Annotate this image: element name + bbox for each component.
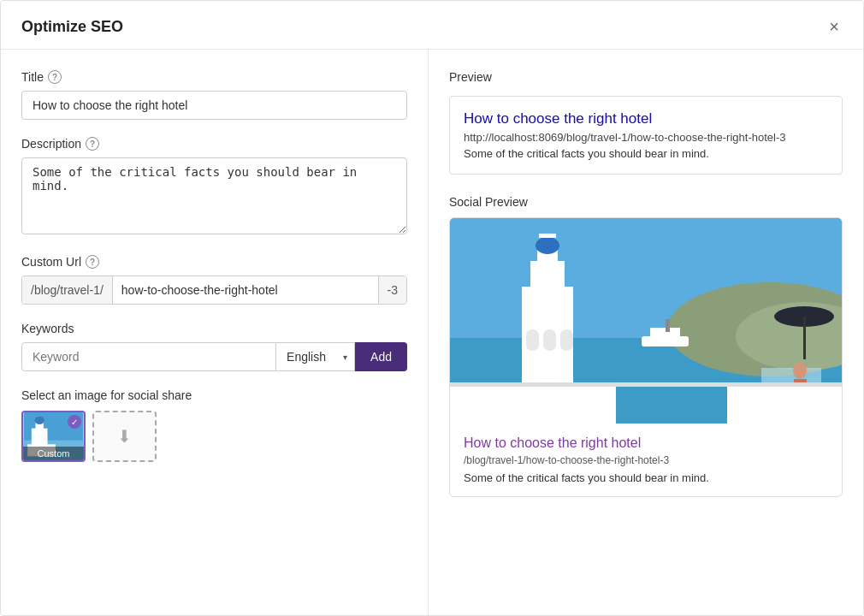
preview-section-title: Preview	[449, 70, 843, 84]
social-card-image	[450, 218, 842, 424]
dialog-title: Optimize SEO	[21, 18, 123, 36]
preview-description: Some of the critical facts you should be…	[464, 147, 828, 160]
image-select-title: Select an image for social share	[21, 388, 407, 402]
preview-url: http://localhost:8069/blog/travel-1/how-…	[464, 131, 828, 144]
title-help-icon[interactable]: ?	[48, 70, 62, 84]
title-label: Title ?	[21, 70, 407, 84]
language-select[interactable]: English French Spanish	[276, 343, 354, 370]
preview-box: How to choose the right hotel http://loc…	[449, 96, 843, 175]
svg-rect-23	[803, 317, 806, 359]
preview-title[interactable]: How to choose the right hotel	[464, 110, 828, 127]
description-textarea[interactable]	[21, 157, 407, 234]
social-card-description: Some of the critical facts you should be…	[464, 471, 828, 484]
social-preview-title: Social Preview	[449, 195, 843, 209]
description-help-icon[interactable]: ?	[86, 137, 99, 151]
svg-rect-15	[526, 329, 539, 351]
description-label: Description ?	[21, 137, 407, 151]
custom-url-help-icon[interactable]: ?	[86, 255, 99, 269]
svg-rect-27	[450, 385, 616, 424]
upload-icon: ⬇	[117, 426, 132, 447]
keywords-field-group: Keywords English French Spanish ▾ Add	[21, 322, 407, 371]
url-input[interactable]	[113, 276, 378, 304]
svg-rect-29	[450, 382, 842, 387]
thumb-label: Custom	[23, 447, 84, 460]
close-button[interactable]: ×	[826, 16, 843, 37]
social-card-body: How to choose the right hotel /blog/trav…	[450, 424, 842, 496]
dialog-header: Optimize SEO ×	[1, 1, 863, 50]
social-card-url: /blog/travel-1/how-to-choose-the-right-h…	[464, 454, 828, 466]
svg-rect-28	[727, 385, 842, 424]
social-preview-card: How to choose the right hotel /blog/trav…	[449, 217, 843, 497]
add-keyword-button[interactable]: Add	[355, 342, 407, 371]
svg-rect-18	[539, 234, 556, 238]
thumb-check-icon: ✓	[68, 415, 81, 429]
svg-point-4	[35, 417, 44, 424]
image-select-section: Select an image for social share ✓	[21, 388, 407, 462]
dialog-body: Title ? Description ? Custom Url ?	[1, 50, 863, 615]
language-select-wrapper: English French Spanish ▾	[276, 342, 355, 371]
svg-rect-21	[666, 319, 670, 332]
url-prefix: /blog/travel-1/	[22, 276, 113, 304]
svg-rect-20	[650, 328, 680, 338]
description-field-group: Description ?	[21, 137, 407, 238]
keyword-input[interactable]	[21, 342, 276, 371]
custom-url-field-group: Custom Url ? /blog/travel-1/ -3	[21, 255, 407, 305]
optimize-seo-dialog: Optimize SEO × Title ? Description ?	[0, 0, 864, 616]
title-input[interactable]	[21, 91, 407, 120]
social-card-title: How to choose the right hotel	[464, 435, 828, 451]
url-suffix: -3	[378, 276, 406, 304]
url-row: /blog/travel-1/ -3	[21, 275, 407, 305]
svg-rect-16	[543, 329, 556, 351]
svg-rect-14	[542, 242, 553, 252]
selected-image-thumb[interactable]: ✓ Custom	[21, 411, 86, 462]
svg-rect-17	[560, 329, 573, 351]
right-panel: Preview How to choose the right hotel ht…	[429, 50, 863, 615]
custom-url-label: Custom Url ?	[21, 255, 407, 269]
left-panel: Title ? Description ? Custom Url ?	[1, 50, 429, 615]
svg-point-25	[793, 362, 807, 379]
add-image-thumb[interactable]: ⬇	[92, 411, 157, 462]
title-field-group: Title ?	[21, 70, 407, 120]
keywords-row: English French Spanish ▾ Add	[21, 342, 407, 371]
keywords-label: Keywords	[21, 322, 407, 335]
image-thumbnails: ✓ Custom ⬇	[21, 411, 407, 462]
